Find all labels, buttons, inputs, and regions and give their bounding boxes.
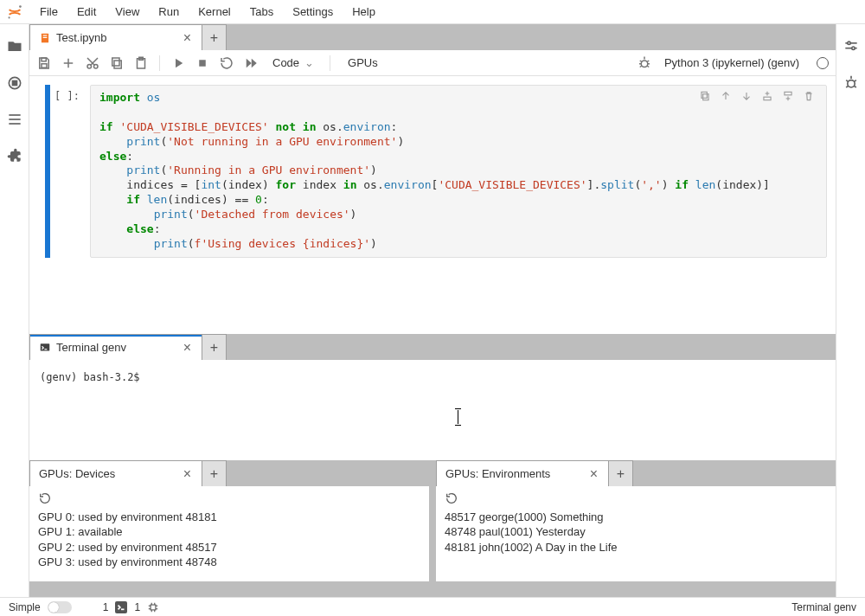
tab-terminal[interactable]: Terminal genv ×	[29, 334, 202, 360]
status-count: 1	[134, 601, 140, 613]
new-tab-button[interactable]: +	[609, 460, 633, 486]
close-icon[interactable]: ×	[182, 467, 193, 481]
refresh-icon[interactable]	[445, 491, 458, 505]
tab-envs-label: GPUs: Environments	[445, 467, 550, 480]
move-down-icon[interactable]	[740, 90, 753, 102]
svg-line-23	[640, 61, 642, 62]
list-item: GPU 2: used by environment 48517	[38, 540, 420, 555]
menu-file[interactable]: File	[31, 2, 67, 22]
menu-edit[interactable]: Edit	[68, 2, 105, 22]
svg-rect-8	[43, 35, 48, 35]
chevron-down-icon: ⌄	[304, 56, 314, 69]
delete-cell-icon[interactable]	[803, 90, 815, 102]
list-item: GPU 0: used by environment 48181	[38, 510, 420, 525]
menu-view[interactable]: View	[106, 2, 148, 22]
stop-icon[interactable]	[195, 55, 210, 71]
terminal-icon	[39, 342, 51, 354]
kernel-name-button[interactable]: Python 3 (ipykernel) (genv)	[661, 56, 803, 69]
insert-above-icon[interactable]	[761, 90, 773, 102]
gpus-devices-panel: GPUs: Devices × + GPU 0: used by environ…	[29, 460, 429, 581]
move-up-icon[interactable]	[720, 90, 732, 102]
svg-point-39	[847, 42, 849, 44]
close-icon[interactable]: ×	[182, 31, 193, 45]
svg-rect-16	[114, 61, 121, 68]
bottom-split: GPUs: Devices × + GPU 0: used by environ…	[29, 460, 836, 581]
notebook-body[interactable]: [ ]: import os if 'CUDA_VISIBLE_DEVICES'…	[29, 76, 836, 334]
svg-line-47	[846, 80, 849, 82]
cell-type-select[interactable]: Code ⌄	[267, 55, 319, 71]
running-sessions-icon[interactable]	[6, 74, 23, 92]
terminal-prompt: (genv) bash-3.2$	[40, 371, 146, 383]
toc-icon[interactable]	[6, 111, 23, 128]
close-icon[interactable]: ×	[588, 467, 599, 481]
insert-below-icon[interactable]	[782, 90, 794, 102]
menu-help[interactable]: Help	[343, 2, 384, 22]
work-area: Test.ipynb × + Code ⌄ GPUs	[0, 24, 865, 597]
svg-rect-17	[112, 58, 119, 66]
menu-run[interactable]: Run	[150, 2, 188, 22]
extensions-icon[interactable]	[6, 147, 23, 164]
paste-icon[interactable]	[133, 55, 149, 71]
toolbar-divider	[159, 55, 160, 71]
menu-settings[interactable]: Settings	[284, 2, 342, 22]
status-simple-label: Simple	[9, 601, 41, 613]
toolbar-divider	[330, 55, 330, 71]
tab-terminal-label: Terminal genv	[56, 341, 126, 354]
new-tab-button[interactable]: +	[202, 24, 227, 50]
menu-tabs[interactable]: Tabs	[241, 2, 282, 22]
close-icon[interactable]: ×	[182, 341, 193, 355]
svg-point-0	[19, 5, 22, 8]
tab-notebook[interactable]: Test.ipynb ×	[29, 24, 202, 50]
list-item: GPU 3: used by environment 48748	[38, 555, 420, 570]
run-icon[interactable]	[170, 55, 186, 71]
debugger-icon[interactable]	[843, 74, 860, 92]
bug-icon[interactable]	[637, 55, 652, 71]
cut-icon[interactable]	[85, 55, 100, 71]
svg-rect-3	[12, 81, 16, 86]
svg-rect-34	[785, 92, 791, 95]
menu-kernel[interactable]: Kernel	[189, 2, 240, 22]
terminal-badge-icon[interactable]	[115, 601, 127, 613]
svg-point-45	[847, 80, 854, 87]
kernel-status-icon[interactable]	[147, 601, 159, 613]
right-activity-bar	[836, 24, 865, 597]
jupyter-logo-icon	[5, 3, 24, 22]
save-icon[interactable]	[36, 55, 52, 71]
duplicate-cell-icon[interactable]	[699, 90, 711, 102]
svg-line-48	[854, 80, 856, 82]
copy-icon[interactable]	[109, 55, 125, 71]
kernel-status-icon[interactable]	[817, 57, 829, 69]
tab-envs[interactable]: GPUs: Environments ×	[436, 460, 609, 486]
new-tab-button[interactable]: +	[202, 334, 227, 360]
svg-line-24	[647, 61, 649, 62]
add-cell-icon[interactable]	[61, 55, 76, 71]
list-item: GPU 1: available	[38, 524, 420, 540]
restart-icon[interactable]	[219, 55, 234, 71]
envs-tabbar: GPUs: Environments × +	[436, 460, 836, 486]
status-bar: Simple 1 1 Terminal genv	[0, 597, 865, 616]
file-browser-icon[interactable]	[6, 38, 23, 55]
text-cursor-icon	[458, 410, 458, 424]
cell-prompt: [ ]:	[54, 85, 80, 258]
list-item: 48748 paul(1001) Yesterday	[445, 524, 827, 540]
property-inspector-icon[interactable]	[843, 38, 860, 55]
terminal-panel: Terminal genv × + (genv) bash-3.2$	[29, 334, 836, 460]
new-tab-button[interactable]: +	[202, 460, 227, 486]
code-editor[interactable]: import os if 'CUDA_VISIBLE_DEVICES' not …	[90, 85, 827, 258]
tab-devices[interactable]: GPUs: Devices ×	[29, 460, 202, 486]
terminal-body[interactable]: (genv) bash-3.2$	[29, 360, 836, 460]
code-cell[interactable]: [ ]: import os if 'CUDA_VISIBLE_DEVICES'…	[38, 85, 827, 258]
svg-rect-20	[199, 60, 206, 67]
gpus-button[interactable]: GPUs	[341, 55, 385, 71]
cell-action-bar	[699, 90, 815, 102]
simple-mode-toggle[interactable]	[48, 601, 72, 613]
svg-rect-30	[702, 92, 707, 98]
tab-devices-label: GPUs: Devices	[39, 467, 115, 480]
refresh-icon[interactable]	[38, 491, 52, 505]
tab-notebook-label: Test.ipynb	[56, 31, 107, 44]
svg-rect-29	[703, 94, 708, 100]
status-right-label: Terminal genv	[791, 601, 856, 613]
svg-point-42	[851, 47, 854, 49]
run-all-icon[interactable]	[243, 55, 259, 71]
status-count: 1	[103, 601, 109, 613]
